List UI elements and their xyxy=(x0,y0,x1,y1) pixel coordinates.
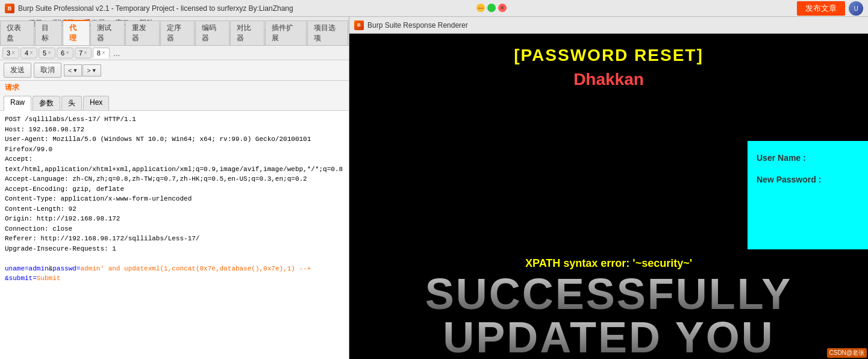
tab-proxy[interactable]: 代理 xyxy=(63,20,90,45)
success-text: SUCCESSFULLY UPDATED YOU xyxy=(349,272,868,359)
req-line-empty xyxy=(5,254,344,264)
username-row: User Name : xyxy=(757,153,859,163)
form-box: User Name : New Password : xyxy=(748,141,868,249)
csdn-watermark: CSDN@老张 xyxy=(827,348,867,358)
maximize-btn[interactable] xyxy=(487,4,496,12)
tab-project-options[interactable]: 项目选项 xyxy=(307,20,349,45)
section-label: 请求 xyxy=(0,81,349,95)
tab-target[interactable]: 目标 xyxy=(35,20,62,45)
cancel-button[interactable]: 取消 xyxy=(34,63,61,78)
subtab-dots[interactable]: ... xyxy=(111,48,123,58)
subtab-7[interactable]: 7 × xyxy=(75,48,92,58)
app-icon: B xyxy=(5,4,14,13)
tab-decoder[interactable]: 编码器 xyxy=(195,20,229,45)
req-line-5: Accept-Language: zh-CN,zh;q=0.8,zh-TW;q=… xyxy=(5,174,344,184)
req-tab-params[interactable]: 参数 xyxy=(33,96,60,110)
tab-sequencer[interactable]: 定序器 xyxy=(160,20,195,45)
prev-button[interactable]: < ▼ xyxy=(64,64,82,76)
avatar: U xyxy=(849,1,863,16)
req-tab-raw[interactable]: Raw xyxy=(4,96,31,111)
window-title: Burp Suite Professional v2.1 - Temporary… xyxy=(18,4,863,13)
tab-extender[interactable]: 插件扩展 xyxy=(265,20,307,45)
prev-arrow-icon: ▼ xyxy=(72,67,78,73)
req-line-6: Accept-Encoding: gzip, deflate xyxy=(5,184,344,195)
req-line-3: User-Agent: Mozilla/5.0 (Windows NT 10.0… xyxy=(5,134,344,154)
req-line-11: Referer: http://192.168.98.172/sqllilabs… xyxy=(5,234,344,244)
subtab-6-close[interactable]: × xyxy=(66,49,69,56)
send-button[interactable]: 发送 xyxy=(4,63,31,78)
req-line-9: Origin: http://192.168.98.172 xyxy=(5,214,344,224)
request-body: POST /sqllilabs/Less-17/ HTTP/1.1 Host: … xyxy=(0,111,349,359)
new-password-row: New Password : xyxy=(757,175,859,184)
req-line-2: Host: 192.168.98.172 xyxy=(5,125,344,135)
username-label: User Name xyxy=(757,153,801,163)
renderer-title: Burp Suite Response Renderer xyxy=(367,21,468,30)
success-line1: SUCCESSFULLY xyxy=(349,272,868,316)
renderer-icon: B xyxy=(354,20,364,30)
new-password-colon: : xyxy=(819,175,822,184)
req-param-line: uname=admin&passwd=admin' and updatexml(… xyxy=(5,264,344,274)
tab-comparer[interactable]: 对比器 xyxy=(230,20,264,45)
req-line-1: POST /sqllilabs/Less-17/ HTTP/1.1 xyxy=(5,114,344,125)
subtab-5-close[interactable]: × xyxy=(48,49,51,56)
next-button[interactable]: > ▼ xyxy=(83,64,101,76)
tab-intruder[interactable]: 测试器 xyxy=(90,20,125,45)
req-line-10: Connection: close xyxy=(5,224,344,234)
req-param-line2: &submit=Submit xyxy=(5,273,344,284)
publish-button[interactable]: 发布文章 xyxy=(797,1,845,16)
subtab-3-close[interactable]: × xyxy=(11,49,15,56)
req-tab-headers[interactable]: 头 xyxy=(61,96,82,110)
subtab-7-close[interactable]: × xyxy=(84,49,87,56)
subtab-4-close[interactable]: × xyxy=(30,49,33,56)
error-message: XPATH syntax error: '~security~' xyxy=(349,257,868,270)
new-password-label: New Password xyxy=(757,175,816,184)
tab-repeater[interactable]: 重发器 xyxy=(125,20,160,45)
success-line2: UPDATED YOU xyxy=(349,316,868,359)
req-line-8: Content-Length: 92 xyxy=(5,204,344,214)
req-line-7: Content-Type: application/x-www-form-url… xyxy=(5,194,344,204)
req-line-4: Accept: text/html,application/xhtml+xml,… xyxy=(5,154,344,174)
page-title: [PASSWORD RESET] xyxy=(514,46,704,65)
subtab-8-close[interactable]: × xyxy=(102,49,105,56)
close-btn[interactable]: ✕ xyxy=(498,4,507,12)
page-subtitle: Dhakkan xyxy=(573,70,644,89)
next-arrow-icon: ▼ xyxy=(92,67,97,73)
tab-dashboard[interactable]: 仪表盘 xyxy=(0,20,34,45)
username-colon: : xyxy=(803,153,806,163)
subtab-4[interactable]: 4 × xyxy=(20,48,37,58)
req-tab-hex[interactable]: Hex xyxy=(83,96,109,110)
subtab-8[interactable]: 8 × xyxy=(93,48,110,58)
subtab-5[interactable]: 5 × xyxy=(39,48,55,58)
req-line-12: Upgrade-Insecure-Requests: 1 xyxy=(5,244,344,254)
minimize-btn[interactable]: — xyxy=(476,4,485,12)
subtab-6[interactable]: 6 × xyxy=(57,48,73,58)
subtab-3[interactable]: 3 × xyxy=(2,48,19,58)
